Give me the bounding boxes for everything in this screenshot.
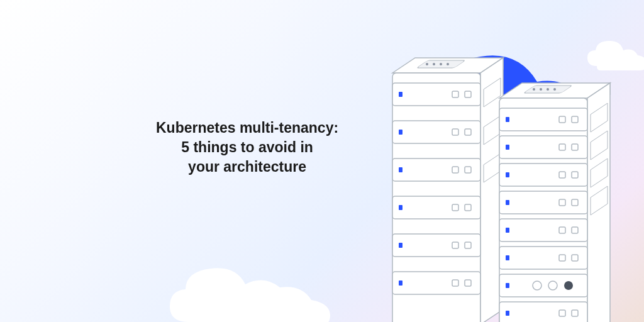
title-line-3: your architecture (188, 158, 306, 175)
svg-point-15 (564, 281, 573, 290)
title-line-1: Kubernetes multi-tenancy: (156, 119, 338, 136)
cloud-large-icon (164, 253, 340, 322)
server-racks-icon (386, 45, 625, 322)
svg-rect-12 (506, 283, 509, 288)
title-line-2: 5 things to avoid in (181, 139, 313, 155)
page-title: Kubernetes multi-tenancy: 5 things to av… (156, 118, 338, 177)
svg-rect-11 (499, 274, 587, 297)
